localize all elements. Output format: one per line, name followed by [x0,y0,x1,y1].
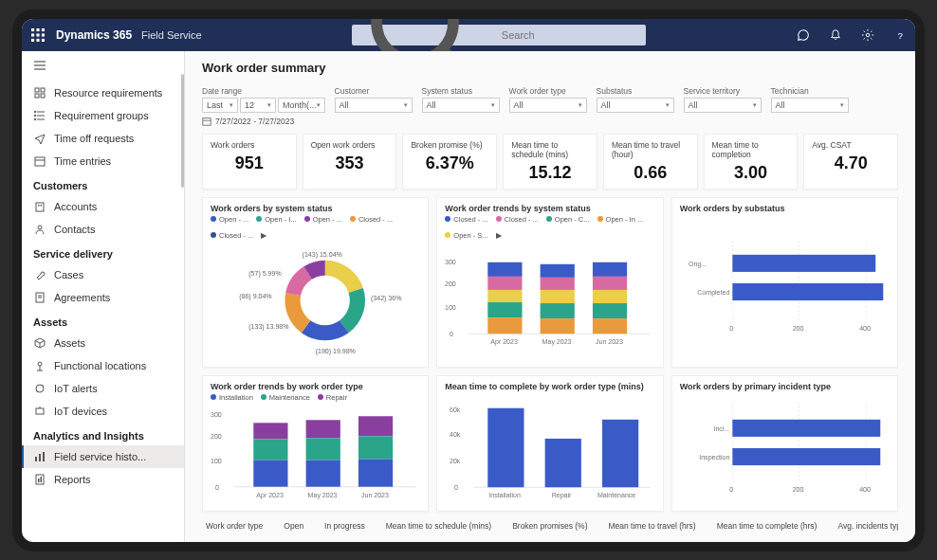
kpi-value: 353 [311,154,389,173]
svg-rect-80 [732,254,875,271]
sidebar-item-accounts[interactable]: Accounts [22,195,184,218]
sidebar-item-field-service-history[interactable]: Field service histo... [22,445,184,468]
help-icon[interactable]: ? [892,27,908,43]
brand-label: Dynamics 365 [56,28,132,42]
date-unit-select[interactable]: Month(...▾ [278,98,325,113]
kpi-value: 3.00 [712,163,790,183]
chart-legend: Closed - ... Closed - ... Open - C... Op… [445,215,654,240]
substatus-select[interactable]: All▾ [597,98,674,113]
svg-text:Completed: Completed [697,289,729,297]
chart-title: Work order trends by system status [445,204,654,213]
kpi-label: Avg. CSAT [812,140,890,150]
search-box[interactable] [352,25,646,45]
kpi-value: 951 [211,154,288,173]
svg-rect-93 [253,439,287,460]
svg-text:(143) 15.04%: (143) 15.04% [303,250,342,258]
report-icon [33,473,46,486]
filter-label: System status [422,86,500,96]
type-select[interactable]: All▾ [509,98,587,113]
svg-text:?: ? [897,29,902,40]
svg-point-11 [866,33,870,37]
sidebar-item-requirement-groups[interactable]: Requirement groups [22,104,184,127]
sidebar-item-assets[interactable]: Assets [22,332,184,354]
col-header: In progress [324,521,365,531]
svg-rect-119 [732,448,880,465]
svg-text:300: 300 [211,411,222,418]
cube-icon [33,336,46,350]
svg-rect-70 [593,276,627,289]
customer-select[interactable]: All▾ [335,98,413,113]
svg-text:Apr 2023: Apr 2023 [491,338,519,346]
chart-title: Work orders by primary incident type [680,382,890,391]
svg-rect-72 [593,303,627,318]
sidebar-item-iot-alerts[interactable]: IoT alerts [22,377,184,400]
filter-label: Service territory [684,86,762,96]
svg-rect-17 [41,88,45,92]
airplane-icon [33,132,46,145]
sidebar-item-time-off[interactable]: Time off requests [22,127,184,150]
bell-icon[interactable] [828,27,843,43]
hamburger-icon[interactable] [22,51,184,80]
territory-select[interactable]: All▾ [684,98,762,113]
sidebar-item-time-entries[interactable]: Time entries [22,150,184,172]
chevron-down-icon: ▾ [230,101,233,109]
app-launcher-icon[interactable] [29,27,46,44]
svg-text:0: 0 [729,325,733,332]
date-last-select[interactable]: Last▾ [202,98,238,113]
sidebar-item-locations[interactable]: Functional locations [22,354,184,377]
svg-rect-98 [358,416,393,436]
svg-rect-45 [203,117,211,125]
sidebar-scrollbar[interactable] [181,74,184,188]
sidebar-item-iot-devices[interactable]: IoT devices [22,400,184,423]
filter-bar: Date range Last▾ 12▾ Month(...▾ 7/27/202… [202,86,898,126]
kpi-open: Open work orders353 [303,134,397,190]
col-header: Avg. incidents types [837,521,898,531]
svg-rect-118 [732,419,880,436]
filter-label: Date range [202,86,325,96]
svg-rect-64 [541,263,575,277]
svg-text:20k: 20k [450,458,461,464]
sidebar-item-reports[interactable]: Reports [22,468,184,491]
svg-text:100: 100 [445,304,456,311]
search-input[interactable] [502,29,638,41]
kpi-label: Mean time to completion [712,140,790,159]
svg-rect-3 [31,33,34,36]
sidebar-item-agreements[interactable]: Agreements [22,286,184,309]
chat-icon[interactable] [796,27,811,43]
svg-rect-66 [541,289,575,302]
status-select[interactable]: All▾ [422,98,500,113]
app-frame: Dynamics 365 Field Service ? Resource re… [12,9,925,551]
svg-rect-81 [732,282,883,299]
chart-title: Work orders by system status [211,204,420,213]
sidebar-item-contacts[interactable]: Contacts [22,218,184,241]
gear-icon[interactable] [860,27,875,43]
chart-icon [33,450,46,463]
sidebar-item-resource-requirements[interactable]: Resource requirements [22,81,184,104]
list-icon [33,109,46,122]
svg-text:0: 0 [215,483,219,490]
svg-rect-69 [593,262,627,276]
chevron-down-icon: ▾ [840,101,844,109]
svg-point-35 [38,362,42,366]
svg-text:May 2023: May 2023 [308,491,338,498]
svg-rect-43 [38,479,40,482]
svg-rect-65 [541,277,575,289]
svg-point-23 [34,111,36,113]
col-header: Broken promises (%) [512,521,587,531]
filter-label: Substatus [597,86,674,96]
date-count-select[interactable]: 12▾ [240,98,276,113]
svg-text:200: 200 [211,433,222,440]
svg-rect-97 [306,460,340,486]
sidebar-item-cases[interactable]: Cases [22,263,184,286]
app-label: Field Service [141,29,202,41]
svg-text:(86) 9.04%: (86) 9.04% [239,293,271,300]
svg-point-24 [34,115,36,117]
sidebar-head-customers: Customers [22,174,184,195]
col-header: Work order type [206,521,263,531]
person-icon [33,223,46,236]
technician-select[interactable]: All▾ [771,98,849,113]
location-icon [33,359,46,372]
grid-icon [33,86,46,99]
svg-text:(57) 5.99%: (57) 5.99% [248,269,281,277]
sidebar-item-label: Time off requests [54,133,134,144]
